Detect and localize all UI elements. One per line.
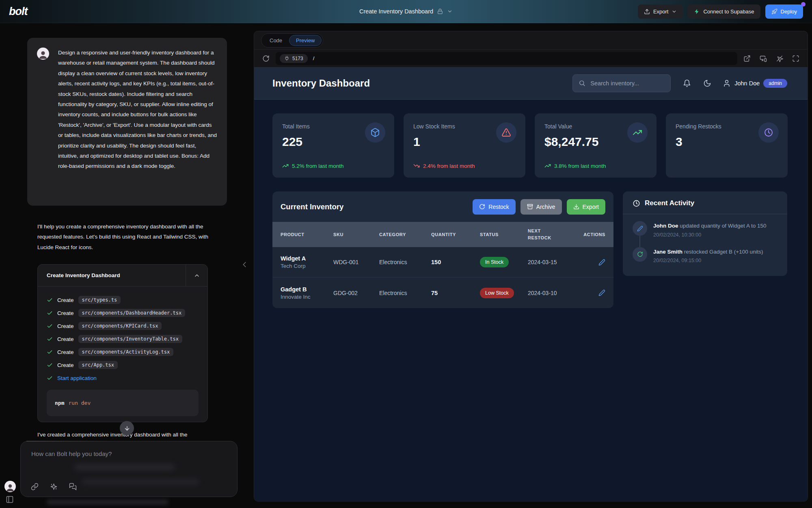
table-row[interactable]: Widget A Tech Corp WDG-001 Electronics 1… bbox=[272, 247, 613, 278]
step-verb: Create bbox=[57, 349, 74, 355]
artifact-step: Create src/types.ts bbox=[47, 293, 199, 306]
package-icon bbox=[365, 122, 385, 143]
quantity-cell[interactable]: 75 bbox=[431, 290, 480, 296]
responsive-devices-button[interactable] bbox=[760, 55, 767, 62]
bolt-logo[interactable]: bolt bbox=[9, 5, 27, 18]
step-file-chip[interactable]: src/components/DashboardHeader.tsx bbox=[78, 309, 186, 317]
edit-row-button[interactable] bbox=[598, 289, 605, 296]
start-application-link[interactable]: Start application bbox=[57, 375, 97, 381]
reload-preview-button[interactable] bbox=[262, 55, 270, 62]
tab-preview[interactable]: Preview bbox=[289, 35, 322, 46]
step-file-chip[interactable]: src/App.tsx bbox=[78, 361, 118, 369]
product-name: Gadget B bbox=[281, 286, 333, 293]
plug-icon bbox=[284, 56, 289, 61]
status-badge: In Stock bbox=[480, 257, 509, 267]
deploy-button[interactable]: Deploy bbox=[765, 4, 803, 19]
account-avatar[interactable] bbox=[4, 481, 16, 492]
dark-mode-toggle[interactable] bbox=[703, 79, 711, 87]
recent-activity-card: Recent Activity John Doe updated quantit… bbox=[623, 191, 787, 276]
attach-link-button[interactable] bbox=[31, 483, 39, 491]
artifact-step: Create src/components/ActivityLog.tsx bbox=[47, 345, 199, 358]
export-label: Export bbox=[653, 9, 669, 15]
quantity-cell[interactable]: 150 bbox=[431, 259, 480, 265]
artifact-steps: Create src/types.ts Create src/component… bbox=[38, 287, 207, 422]
user-menu[interactable]: John Doe admin bbox=[723, 79, 787, 88]
export-button[interactable]: Export bbox=[638, 4, 683, 19]
sku-cell: WDG-001 bbox=[333, 259, 379, 265]
step-file-chip[interactable]: src/components/InventoryTable.tsx bbox=[78, 335, 182, 343]
column-header-next-restock: NEXT RESTOCK bbox=[528, 228, 557, 241]
activity-content: Jane Smith restocked Gadget B (+100 unit… bbox=[653, 247, 763, 264]
next-restock-cell: 2024-03-10 bbox=[528, 290, 580, 296]
activity-title: Recent Activity bbox=[645, 199, 694, 207]
archive-button[interactable]: Archive bbox=[520, 199, 562, 215]
dashboard-header: Inventory Dashboard bbox=[254, 67, 808, 100]
step-verb: Create bbox=[57, 310, 74, 316]
notifications-button[interactable] bbox=[683, 79, 691, 87]
tab-code[interactable]: Code bbox=[263, 35, 289, 46]
search-input[interactable] bbox=[590, 80, 665, 87]
assistant-intro-text: I'll help you create a comprehensive inv… bbox=[37, 221, 221, 252]
user-avatar bbox=[37, 48, 49, 60]
column-header-category: CATEGORY bbox=[379, 232, 431, 237]
kpi-trend-text: 2.4% from last month bbox=[423, 163, 475, 169]
port-badge[interactable]: 5173 bbox=[280, 54, 308, 63]
step-file-chip[interactable]: src/types.ts bbox=[78, 296, 121, 304]
pencil-icon bbox=[633, 221, 647, 236]
inspector-toggle-button[interactable] bbox=[776, 55, 783, 62]
table-row[interactable]: Gadget B Innovate Inc GDG-002 Electronic… bbox=[272, 278, 613, 308]
address-field[interactable]: 5173 / bbox=[276, 52, 737, 65]
artifact-collapse-button[interactable] bbox=[186, 265, 207, 286]
trending-up-icon bbox=[627, 122, 648, 143]
download-icon bbox=[573, 204, 579, 210]
artifact-header: Create Inventory Dashboard bbox=[38, 265, 207, 287]
export-csv-button[interactable]: Export bbox=[567, 199, 605, 215]
next-restock-cell: 2024-03-15 bbox=[528, 259, 580, 265]
step-file-chip[interactable]: src/components/KPICard.tsx bbox=[78, 322, 162, 330]
kpi-card-total-value: Total Value $8,247.75 3.8% from last mon… bbox=[535, 113, 657, 178]
chevron-down-icon bbox=[447, 9, 453, 14]
step-verb: Create bbox=[57, 323, 74, 329]
product-cell: Gadget B Innovate Inc bbox=[281, 286, 333, 300]
open-in-new-tab-button[interactable] bbox=[743, 55, 751, 62]
chevron-down-icon bbox=[672, 9, 677, 14]
enhance-prompt-button[interactable] bbox=[50, 483, 58, 491]
inventory-search bbox=[572, 74, 671, 92]
scroll-to-bottom-button[interactable] bbox=[120, 421, 134, 435]
command-prefix: npm bbox=[55, 400, 64, 406]
kpi-card-low-stock: Low Stock Items 1 2.4% from last month bbox=[404, 113, 525, 178]
step-file-chip[interactable]: src/components/ActivityLog.tsx bbox=[78, 348, 174, 356]
collapse-chat-panel-button[interactable] bbox=[240, 260, 249, 269]
arrow-down-icon bbox=[124, 425, 130, 432]
sku-cell: GDG-002 bbox=[333, 290, 379, 296]
artifact-title: Create Inventory Dashboard bbox=[38, 265, 186, 286]
connect-supabase-button[interactable]: Connect to Supabase bbox=[688, 4, 760, 19]
activity-timestamp: 20/02/2024, 10:30:00 bbox=[653, 232, 766, 238]
discuss-mode-button[interactable] bbox=[69, 483, 77, 491]
lock-icon bbox=[437, 9, 443, 14]
edit-row-button[interactable] bbox=[598, 259, 605, 266]
user-name: John Doe bbox=[734, 80, 760, 87]
step-verb: Create bbox=[57, 362, 74, 368]
toggle-sidebar-button[interactable] bbox=[6, 495, 14, 504]
rocket-icon bbox=[771, 9, 777, 15]
status-badge: Low Stock bbox=[480, 288, 514, 298]
trending-down-icon bbox=[413, 163, 420, 169]
artifact-step: Create src/components/DashboardHeader.ts… bbox=[47, 306, 199, 319]
blurred-content bbox=[47, 499, 168, 505]
workbench-panel: Code Preview 5173 / bbox=[254, 31, 808, 501]
project-title-menu[interactable]: Create Inventory Dashboard bbox=[359, 8, 453, 15]
pencil-icon bbox=[598, 289, 605, 296]
activity-actor: Jane Smith bbox=[653, 249, 682, 255]
fullscreen-button[interactable] bbox=[792, 55, 799, 62]
artifact-step-start: Start application bbox=[47, 371, 199, 384]
activity-text: John Doe updated quantity of Widget A to… bbox=[653, 221, 766, 230]
monitor-smartphone-icon bbox=[760, 55, 767, 62]
chat-input-toolbar bbox=[31, 483, 77, 491]
preview-url-bar: 5173 / bbox=[254, 49, 808, 67]
alert-triangle-icon bbox=[496, 122, 516, 143]
chat-bubbles-icon bbox=[69, 483, 77, 491]
restock-button[interactable]: Restock bbox=[473, 199, 516, 215]
dashboard-title: Inventory Dashboard bbox=[272, 78, 370, 89]
check-icon bbox=[47, 297, 53, 303]
